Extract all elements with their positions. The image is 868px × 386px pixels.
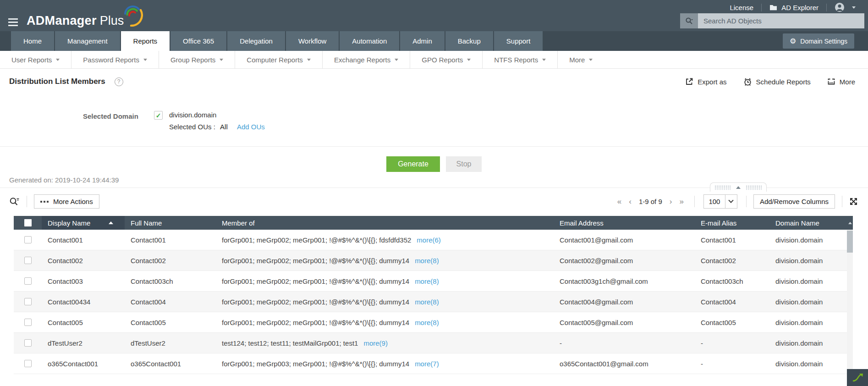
domain-checkbox[interactable]: ✓: [154, 111, 163, 120]
subnav-item-ntfs-reports[interactable]: NTFS Reports: [483, 51, 558, 68]
more-members-link[interactable]: more(7): [415, 360, 439, 368]
tab-home[interactable]: Home: [11, 31, 54, 51]
next-page-button[interactable]: ›: [666, 197, 676, 206]
search-input[interactable]: [698, 13, 864, 28]
more-members-link[interactable]: more(8): [415, 257, 439, 265]
subnav-label: Password Reports: [83, 56, 139, 64]
separator: [27, 196, 27, 207]
schedule-reports-button[interactable]: Schedule Reports: [743, 77, 811, 86]
tab-admin[interactable]: Admin: [400, 31, 445, 51]
row-checkbox[interactable]: [24, 236, 32, 243]
column-header-email[interactable]: Email Address: [554, 219, 695, 227]
domain-settings-button[interactable]: ⚙ Domain Settings: [783, 33, 854, 49]
search-scope-button[interactable]: [680, 13, 698, 28]
subnav-item-gpo-reports[interactable]: GPO Reports: [410, 51, 483, 68]
generate-button[interactable]: Generate: [386, 156, 440, 172]
row-checkbox[interactable]: [24, 339, 32, 347]
page-size-select[interactable]: 100: [703, 194, 737, 209]
collapse-up-icon: [736, 186, 741, 189]
cell-email-alias: -: [695, 360, 769, 368]
column-header-member-of[interactable]: Member of: [216, 219, 554, 227]
cell-domain-name: division.domain: [769, 360, 847, 368]
table-header: Display Name Full Name Member of Email A…: [14, 216, 847, 230]
tab-management[interactable]: Management: [55, 31, 120, 51]
row-checkbox[interactable]: [24, 257, 32, 264]
last-page-button[interactable]: »: [676, 197, 687, 206]
row-checkbox[interactable]: [24, 319, 32, 326]
cell-full-name: Contact005: [125, 319, 216, 326]
ad-explorer-link[interactable]: AD Explorer: [762, 2, 826, 12]
more-members-link[interactable]: more(8): [415, 298, 439, 306]
tab-delegation[interactable]: Delegation: [227, 31, 285, 51]
divider: [0, 146, 868, 147]
subnav-item-group-reports[interactable]: Group Reports: [159, 51, 235, 68]
subnav-label: More: [569, 56, 585, 64]
more-label: More: [840, 78, 855, 86]
cell-email-address: -: [554, 339, 695, 347]
subnav-item-password-reports[interactable]: Password Reports: [71, 51, 159, 68]
ad-explorer-label: AD Explorer: [781, 4, 819, 11]
scroll-up-button[interactable]: [847, 216, 853, 230]
support-chat-widget[interactable]: [847, 369, 868, 386]
cell-member-of: test124; test12; test11; testMailGrp001;…: [216, 339, 554, 347]
cell-full-name: Contact003ch: [125, 277, 216, 285]
chevron-down-icon: [56, 59, 60, 61]
add-ous-link[interactable]: Add OUs: [237, 123, 265, 131]
report-header: Distribution List Members ? Export as Sc…: [0, 69, 868, 94]
tab-reports[interactable]: Reports: [121, 31, 170, 51]
tab-backup[interactable]: Backup: [445, 31, 493, 51]
export-as-button[interactable]: Export as: [685, 77, 726, 86]
cell-email-alias: Contact003ch: [695, 277, 769, 285]
subnav-item-user-reports[interactable]: User Reports: [0, 51, 71, 68]
subnav-label: User Reports: [11, 56, 52, 64]
row-checkbox[interactable]: [24, 298, 32, 305]
chevron-down-icon: [143, 59, 147, 61]
domain-settings-label: Domain Settings: [800, 38, 847, 45]
schedule-reports-label: Schedule Reports: [756, 78, 811, 86]
stop-button[interactable]: Stop: [446, 156, 482, 172]
cell-full-name: dTestUser2: [125, 339, 216, 347]
cell-display-name: Contact002: [42, 257, 125, 265]
hamburger-menu-icon[interactable]: [8, 18, 18, 28]
column-header-alias[interactable]: E-mail Alias: [695, 219, 769, 227]
separator: [746, 196, 747, 207]
cell-member-of: forGrp001; meGrp002; meGrp001; !@#$%^&*(…: [216, 236, 554, 244]
cell-email-address: Contact001@gmail.com: [554, 236, 695, 244]
column-search-icon[interactable]: [9, 197, 20, 207]
row-checkbox[interactable]: [24, 360, 32, 367]
subnav-item-exchange-reports[interactable]: Exchange Reports: [323, 51, 410, 68]
first-page-button[interactable]: «: [614, 197, 625, 206]
more-button[interactable]: More: [827, 77, 855, 86]
separator: [694, 196, 695, 207]
row-checkbox[interactable]: [24, 277, 32, 285]
prev-page-button[interactable]: ‹: [625, 197, 635, 206]
more-actions-button[interactable]: More Actions: [34, 194, 99, 209]
vertical-scrollbar[interactable]: [847, 216, 853, 381]
subnav-item-more[interactable]: More: [558, 51, 604, 68]
column-header-display-name[interactable]: Display Name: [42, 216, 125, 230]
more-members-link[interactable]: more(6): [417, 236, 441, 244]
tab-office-365[interactable]: Office 365: [170, 31, 226, 51]
tab-support[interactable]: Support: [494, 31, 543, 51]
tab-workflow[interactable]: Workflow: [286, 31, 339, 51]
cell-email-alias: Contact004: [695, 298, 769, 306]
collapse-panel-tab[interactable]: [710, 182, 767, 192]
more-members-link[interactable]: more(8): [415, 277, 439, 285]
account-menu[interactable]: [827, 2, 863, 12]
license-label: License: [730, 4, 753, 11]
expand-fullscreen-icon[interactable]: [849, 197, 858, 206]
select-all-checkbox[interactable]: [24, 219, 32, 226]
subnav-label: Computer Reports: [247, 56, 303, 64]
license-link[interactable]: License: [722, 2, 761, 12]
help-icon[interactable]: ?: [115, 77, 123, 86]
scrollbar-track[interactable]: [847, 230, 853, 381]
subnav-item-computer-reports[interactable]: Computer Reports: [235, 51, 323, 68]
scrollbar-thumb[interactable]: [847, 231, 853, 253]
more-members-link[interactable]: more(8): [415, 319, 439, 326]
column-header-full-name[interactable]: Full Name: [125, 219, 216, 227]
add-remove-columns-button[interactable]: Add/Remove Columns: [753, 194, 835, 209]
more-members-link[interactable]: more(9): [363, 339, 388, 347]
tab-automation[interactable]: Automation: [340, 31, 399, 51]
column-header-domain[interactable]: Domain Name: [769, 219, 847, 227]
cell-domain-name: division.domain: [769, 319, 847, 326]
